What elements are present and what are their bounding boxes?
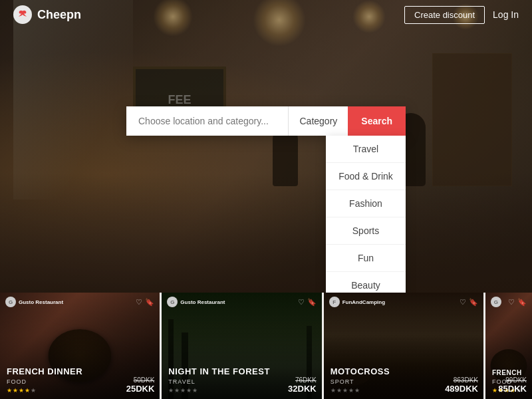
price-original-4: 99DKK: [498, 376, 527, 384]
card-actions-1: ♡ 🔖: [136, 298, 154, 307]
search-container: Category Search Travel Food & Drink Fash…: [126, 106, 406, 136]
card-french-dinner-1[interactable]: G Gusto Restaurant ♡ 🔖 FRENCH DINNER FOO…: [0, 293, 162, 399]
star-e5: ★: [192, 387, 198, 394]
card-price-4: 99DKK 85DKK: [498, 376, 527, 394]
star-4-1: ★: [492, 387, 497, 394]
card-title-2: NIGHT IN THE FOREST: [168, 366, 315, 377]
category-button[interactable]: Category: [288, 106, 348, 136]
price-original-2: 76DKK: [288, 376, 317, 384]
card-header-1: G Gusto Restaurant ♡ 🔖: [5, 297, 154, 307]
star-3: ★: [19, 387, 24, 394]
heart-icon-1[interactable]: ♡: [136, 298, 142, 307]
restaurant-info-3: F FunAndCamping: [329, 297, 385, 307]
star-3-e3: ★: [342, 387, 348, 394]
dropdown-item-sports[interactable]: Sports: [326, 217, 406, 245]
card-price-2: 76DKK 32DKK: [288, 376, 317, 394]
restaurant-info-1: G Gusto Restaurant: [5, 297, 63, 307]
card-french-dinner-2[interactable]: G ♡ 🔖 FRENCH FOOD ★ ★ ★ ★ ★ 99DKK 85DKK: [485, 293, 532, 399]
card-actions-4: ♡ 🔖: [508, 298, 527, 307]
card-header-4: G ♡ 🔖: [491, 297, 527, 307]
card-actions-3: ♡ 🔖: [460, 298, 478, 307]
card-header-3: F FunAndCamping ♡ 🔖: [329, 297, 478, 307]
star-3-e4: ★: [348, 387, 354, 394]
navbar: Cheepn Create discount Log In: [0, 0, 532, 29]
price-discounted-4: 85DKK: [498, 384, 527, 394]
star-e3: ★: [180, 387, 186, 394]
star-3-e1: ★: [331, 387, 336, 394]
star-1: ★: [7, 387, 12, 394]
category-dropdown: Travel Food & Drink Fashion Sports Fun B…: [326, 136, 406, 293]
search-box: Category Search: [126, 106, 406, 136]
restaurant-info-4: G: [491, 297, 501, 307]
heart-icon-4[interactable]: ♡: [508, 298, 515, 307]
logo-icon: [13, 5, 32, 24]
star-2: ★: [13, 387, 18, 394]
price-original-3: 863DKK: [445, 376, 478, 384]
restaurant-info-2: G Gusto Restaurant: [167, 297, 225, 307]
logo: Cheepn: [13, 5, 81, 24]
price-discounted-3: 489DKK: [445, 384, 478, 394]
star-e4: ★: [186, 387, 192, 394]
hero-section: FEE Cheepn Create discount Log In Catego…: [0, 0, 532, 293]
bookmark-icon-2[interactable]: 🔖: [307, 298, 317, 307]
bookmark-icon-1[interactable]: 🔖: [145, 298, 154, 307]
card-price-3: 863DKK 489DKK: [445, 376, 478, 394]
restaurant-avatar-2: G: [167, 297, 178, 307]
hero-overlay: [0, 0, 532, 293]
star-5: ★: [31, 387, 36, 394]
heart-icon-3[interactable]: ♡: [460, 298, 466, 307]
create-discount-button[interactable]: Create discount: [404, 6, 485, 24]
heart-icon-2[interactable]: ♡: [298, 298, 305, 307]
restaurant-name-2: Gusto Restaurant: [180, 299, 225, 305]
app-name: Cheepn: [37, 8, 81, 22]
bookmark-icon-4[interactable]: 🔖: [517, 298, 527, 307]
search-input[interactable]: [126, 106, 288, 136]
card-motocross[interactable]: F FunAndCamping ♡ 🔖 MOTOCROSS SPORT ★ ★ …: [324, 293, 485, 399]
dropdown-item-travel[interactable]: Travel: [326, 136, 406, 163]
price-discounted-2: 32DKK: [288, 384, 317, 394]
dropdown-item-fun[interactable]: Fun: [326, 245, 406, 272]
restaurant-avatar-1: G: [5, 297, 16, 307]
dropdown-item-beauty[interactable]: Beauty: [326, 272, 406, 293]
star-4: ★: [25, 387, 30, 394]
star-3-e2: ★: [336, 387, 342, 394]
dropdown-item-fashion[interactable]: Fashion: [326, 190, 406, 217]
cards-section: G Gusto Restaurant ♡ 🔖 FRENCH DINNER FOO…: [0, 293, 532, 399]
bookmark-icon-3[interactable]: 🔖: [469, 298, 478, 307]
star-3-e5: ★: [354, 387, 360, 394]
login-button[interactable]: Log In: [493, 9, 519, 20]
bird-icon: [17, 9, 29, 21]
card-actions-2: ♡ 🔖: [298, 298, 317, 307]
card-header-2: G Gusto Restaurant ♡ 🔖: [167, 297, 316, 307]
star-e2: ★: [174, 387, 180, 394]
price-discounted-1: 25DKK: [126, 384, 155, 394]
nav-actions: Create discount Log In: [404, 6, 519, 24]
card-price-1: 50DKK 25DKK: [126, 376, 155, 394]
restaurant-avatar-4: G: [491, 297, 501, 307]
restaurant-avatar-3: F: [329, 297, 340, 307]
card-night-forest[interactable]: G Gusto Restaurant ♡ 🔖 NIGHT IN THE FORE…: [162, 293, 323, 399]
card-title-1: FRENCH DINNER: [7, 366, 153, 377]
search-button[interactable]: Search: [348, 106, 406, 136]
star-e1: ★: [168, 387, 174, 394]
card-title-3: MOTOCROSS: [331, 366, 477, 377]
restaurant-name-3: FunAndCamping: [342, 299, 385, 305]
dropdown-item-food-drink[interactable]: Food & Drink: [326, 163, 406, 190]
price-original-1: 50DKK: [126, 376, 155, 384]
restaurant-name-1: Gusto Restaurant: [19, 299, 63, 305]
